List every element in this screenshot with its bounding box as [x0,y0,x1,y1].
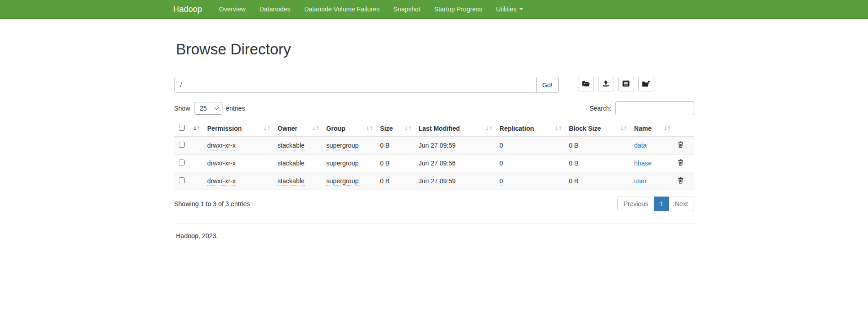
nav-item-overview[interactable]: Overview [212,0,253,18]
column-header-last-modified[interactable]: Last Modified ↓↑ [414,121,495,136]
sort-icon: ↓↑ [620,125,627,132]
path-input-group: Go! [174,77,559,93]
list-alt-icon [622,80,630,88]
group-cell[interactable]: supergroup [326,160,359,168]
table-header-row: ↓↑ Permission ↓↑ Owner ↓↑ Group ↓↑ Size … [174,121,694,136]
column-header-actions [673,121,694,136]
nav-item-startup-progress[interactable]: Startup Progress [427,0,489,18]
table-row: drwxr-xr-x stackable supergroup 0 B Jun … [174,154,694,172]
column-header-group[interactable]: Group ↓↑ [322,121,376,136]
navbar-brand[interactable]: Hadoop [169,5,212,14]
sort-icon: ↓↑ [663,125,670,132]
row-checkbox[interactable] [179,177,185,183]
delete-button[interactable] [678,159,684,166]
page-size-select[interactable]: 25 [194,102,222,115]
group-cell[interactable]: supergroup [326,177,359,186]
owner-cell[interactable]: stackable [277,177,304,186]
size-cell: 0 B [380,160,389,167]
trash-icon [678,178,684,185]
column-header-block-size[interactable]: Block Size ↓↑ [564,121,630,136]
select-all-checkbox[interactable] [179,125,185,131]
permission-cell[interactable]: drwxr-xr-x [207,160,236,168]
group-cell[interactable]: supergroup [326,142,359,150]
nav-item-datanodes[interactable]: Datanodes [253,0,297,18]
nav-item-snapshot[interactable]: Snapshot [387,0,427,18]
entries-label: entries [226,105,245,112]
directory-table: ↓↑ Permission ↓↑ Owner ↓↑ Group ↓↑ Size … [174,121,694,190]
upload-icon [602,80,609,88]
search-label: Search: [589,105,611,112]
size-cell: 0 B [380,142,389,149]
path-input[interactable] [174,77,537,93]
row-checkbox[interactable] [179,160,185,165]
block-size-cell: 0 B [569,160,578,167]
sort-icon: ↓↑ [365,125,372,132]
search-input[interactable] [615,101,694,115]
directory-link[interactable]: hbase [634,160,652,167]
page-title: Browse Directory [176,41,694,58]
pagination: Previous 1 Next [617,197,694,211]
sort-icon: ↓↑ [263,125,270,132]
go-button[interactable]: Go! [537,77,559,93]
show-label: Show [174,105,190,112]
column-header-replication[interactable]: Replication ↓↑ [495,121,565,136]
column-header-size[interactable]: Size ↓↑ [375,121,414,136]
sort-icon: ↓↑ [554,125,561,132]
delete-button[interactable] [678,177,684,184]
search-control: Search: [589,101,694,115]
replication-cell[interactable]: 0 [500,142,503,150]
create-directory-button[interactable] [578,77,594,91]
column-header-name[interactable]: Name ↓↑ [630,121,673,136]
last-modified-cell: Jun 27 09:59 [419,142,456,149]
title-divider [174,68,694,68]
owner-cell[interactable]: stackable [277,142,304,150]
replication-cell[interactable]: 0 [500,177,503,186]
site-footer: Hadoop, 2023. [176,232,694,240]
delete-button[interactable] [678,141,684,148]
page-1-button[interactable]: 1 [654,197,669,211]
table-row: drwxr-xr-x stackable supergroup 0 B Jun … [174,136,694,154]
nav-item-utilities[interactable]: Utilities [489,0,530,18]
size-cell: 0 B [380,177,389,185]
page-length-control: Show 25 entries [174,102,245,115]
block-size-cell: 0 B [569,177,578,185]
table-row: drwxr-xr-x stackable supergroup 0 B Jun … [174,172,694,190]
entries-info: Showing 1 to 3 of 3 entries [174,200,250,208]
next-page-button[interactable]: Next [669,197,694,211]
last-modified-cell: Jun 27 09:56 [419,160,456,167]
footer-divider [174,223,694,224]
permission-cell[interactable]: drwxr-xr-x [207,142,236,150]
block-size-cell: 0 B [569,142,578,149]
trash-icon [678,160,684,167]
nav-item-datanode-volume-failures[interactable]: Datanode Volume Failures [297,0,387,18]
sort-icon: ↓↑ [404,125,411,132]
sort-icon: ↓↑ [193,125,200,132]
replication-cell[interactable]: 0 [500,160,503,168]
directory-link[interactable]: user [634,177,647,185]
row-checkbox[interactable] [179,142,185,148]
previous-page-button[interactable]: Previous [617,197,654,211]
folder-open-icon [582,80,590,88]
column-header-select-all[interactable]: ↓↑ [174,121,203,136]
column-header-owner[interactable]: Owner ↓↑ [273,121,321,136]
move-folder-button[interactable] [638,77,654,91]
directory-link[interactable]: data [634,142,647,149]
sort-icon: ↓↑ [312,125,319,132]
last-modified-cell: Jun 27 09:59 [419,177,456,185]
caret-down-icon [519,8,523,10]
upload-files-button[interactable] [598,77,614,91]
permission-cell[interactable]: drwxr-xr-x [207,177,236,186]
list-alt-button[interactable] [618,77,634,91]
folder-move-icon [642,80,650,88]
directory-action-buttons [578,77,654,91]
column-header-permission[interactable]: Permission ↓↑ [203,121,273,136]
owner-cell[interactable]: stackable [277,160,304,168]
sort-icon: ↓↑ [485,125,492,132]
top-navbar: Hadoop Overview Datanodes Datanode Volum… [0,0,868,19]
trash-icon [678,143,684,149]
